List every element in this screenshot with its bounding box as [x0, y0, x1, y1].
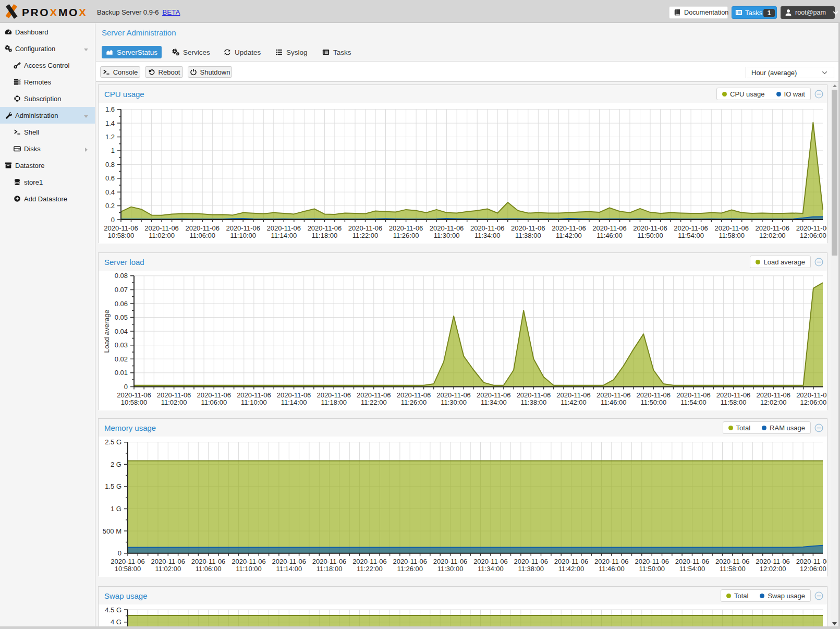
svg-text:11:34:00: 11:34:00: [478, 565, 504, 573]
svg-text:2020-11-06: 2020-11-06: [596, 391, 631, 399]
svg-text:2020-11-06: 2020-11-06: [267, 224, 301, 232]
svg-text:11:30:00: 11:30:00: [434, 232, 460, 239]
svg-text:2020-11-06: 2020-11-06: [389, 224, 423, 232]
svg-text:0: 0: [124, 383, 128, 391]
svg-text:2020-11-06: 2020-11-06: [637, 391, 671, 399]
svg-text:11:22:00: 11:22:00: [361, 398, 387, 406]
svg-text:2020-11-06: 2020-11-06: [635, 558, 669, 565]
svg-text:11:54:00: 11:54:00: [678, 232, 704, 239]
svg-text:2020-11-06: 2020-11-06: [117, 391, 151, 399]
svg-text:2020-11-06: 2020-11-06: [714, 224, 749, 232]
svg-text:2020-11-06: 2020-11-06: [104, 224, 138, 232]
svg-text:2020-11-06: 2020-11-06: [191, 558, 226, 565]
svg-text:11:46:00: 11:46:00: [596, 232, 623, 239]
svg-text:11:42:00: 11:42:00: [561, 398, 587, 406]
svg-text:0.8: 0.8: [105, 161, 115, 168]
svg-text:2020-11-06: 2020-11-06: [237, 391, 271, 399]
svg-text:11:30:00: 11:30:00: [437, 565, 464, 573]
svg-text:1.6: 1.6: [105, 105, 115, 113]
svg-text:2020-11-06: 2020-11-06: [272, 558, 307, 565]
svg-text:2020-11-06: 2020-11-06: [556, 391, 591, 399]
svg-text:2020-11-06: 2020-11-06: [393, 558, 427, 565]
svg-text:2020-11-06: 2020-11-06: [675, 558, 710, 565]
svg-text:2020-11-06: 2020-11-06: [430, 224, 464, 232]
svg-text:2020-11-06: 2020-11-06: [756, 224, 790, 232]
svg-text:2020-11-06: 2020-11-06: [436, 391, 471, 399]
svg-text:12:02:00: 12:02:00: [760, 398, 787, 406]
svg-text:0.06: 0.06: [115, 300, 128, 308]
svg-text:11:54:00: 11:54:00: [680, 398, 707, 406]
svg-text:2020-11-06: 2020-11-06: [477, 391, 511, 399]
svg-text:0: 0: [111, 216, 115, 224]
svg-text:11:34:00: 11:34:00: [474, 232, 501, 239]
svg-text:2020-11-06: 2020-11-06: [185, 224, 220, 232]
svg-text:11:58:00: 11:58:00: [720, 565, 746, 573]
svg-text:10:58:00: 10:58:00: [108, 232, 135, 239]
svg-text:11:46:00: 11:46:00: [599, 565, 625, 573]
svg-text:2020-11-06: 2020-11-06: [348, 224, 383, 232]
svg-text:11:22:00: 11:22:00: [352, 232, 379, 239]
svg-text:4.5 G: 4.5 G: [105, 606, 121, 614]
svg-text:2020-11-06: 2020-11-06: [226, 224, 260, 232]
svg-text:11:50:00: 11:50:00: [639, 565, 665, 573]
svg-text:2020-11-06: 2020-11-06: [397, 391, 431, 399]
svg-text:2020-11-06: 2020-11-06: [715, 558, 750, 565]
svg-text:12:02:00: 12:02:00: [759, 232, 786, 239]
svg-text:11:26:00: 11:26:00: [397, 565, 423, 573]
svg-text:11:10:00: 11:10:00: [241, 398, 267, 406]
svg-text:2020-11-06: 2020-11-06: [312, 558, 347, 565]
svg-text:2020-11-06: 2020-11-06: [716, 391, 751, 399]
svg-text:11:02:00: 11:02:00: [149, 232, 175, 239]
svg-text:11:14:00: 11:14:00: [276, 565, 302, 573]
svg-text:2020-11-06: 2020-11-06: [111, 558, 145, 565]
svg-text:2 G: 2 G: [111, 461, 121, 468]
svg-text:2020-11-06: 2020-11-06: [470, 224, 505, 232]
svg-text:Load average: Load average: [103, 310, 111, 353]
svg-text:2020-11-06: 2020-11-06: [517, 391, 551, 399]
svg-text:0.4: 0.4: [105, 188, 115, 196]
svg-text:11:42:00: 11:42:00: [558, 565, 585, 573]
svg-text:2020-11-06: 2020-11-06: [352, 558, 387, 565]
svg-text:2020-11-06: 2020-11-06: [796, 558, 827, 565]
svg-text:2020-11-06: 2020-11-06: [676, 391, 711, 399]
svg-text:1 G: 1 G: [111, 505, 121, 513]
svg-text:11:30:00: 11:30:00: [441, 398, 467, 406]
svg-text:11:34:00: 11:34:00: [481, 398, 507, 406]
svg-text:11:42:00: 11:42:00: [556, 232, 582, 239]
svg-text:0.04: 0.04: [115, 328, 128, 335]
svg-text:11:02:00: 11:02:00: [155, 565, 181, 573]
svg-text:11:02:00: 11:02:00: [161, 398, 187, 406]
svg-text:10:58:00: 10:58:00: [115, 565, 141, 573]
svg-text:500 M: 500 M: [103, 527, 121, 535]
svg-text:2020-11-06: 2020-11-06: [756, 558, 790, 565]
svg-text:2020-11-06: 2020-11-06: [514, 558, 548, 565]
svg-text:11:06:00: 11:06:00: [201, 398, 227, 406]
svg-text:2020-11-06: 2020-11-06: [357, 391, 391, 399]
svg-text:11:54:00: 11:54:00: [679, 565, 705, 573]
svg-text:12:02:00: 12:02:00: [760, 565, 786, 573]
svg-text:2020-11-06: 2020-11-06: [554, 558, 589, 565]
svg-text:2020-11-06: 2020-11-06: [232, 558, 266, 565]
svg-text:11:10:00: 11:10:00: [230, 232, 256, 239]
svg-text:11:50:00: 11:50:00: [637, 232, 663, 239]
svg-text:11:06:00: 11:06:00: [189, 232, 215, 239]
svg-text:11:18:00: 11:18:00: [321, 398, 347, 406]
svg-text:2020-11-06: 2020-11-06: [144, 224, 179, 232]
svg-text:2020-11-06: 2020-11-06: [633, 224, 667, 232]
svg-text:11:58:00: 11:58:00: [719, 232, 745, 239]
svg-text:12:06:00: 12:06:00: [800, 565, 826, 573]
svg-text:11:38:00: 11:38:00: [515, 232, 541, 239]
svg-text:0.08: 0.08: [115, 272, 128, 280]
svg-text:2020-11-06: 2020-11-06: [674, 224, 708, 232]
svg-text:0.6: 0.6: [105, 174, 115, 182]
svg-text:10:58:00: 10:58:00: [121, 398, 148, 406]
svg-text:11:38:00: 11:38:00: [518, 565, 544, 573]
svg-text:0.03: 0.03: [115, 341, 128, 349]
svg-text:2020-11-06: 2020-11-06: [511, 224, 545, 232]
svg-text:0.07: 0.07: [115, 286, 128, 294]
svg-text:2020-11-06: 2020-11-06: [756, 391, 790, 399]
svg-text:11:18:00: 11:18:00: [316, 565, 343, 573]
svg-text:11:10:00: 11:10:00: [236, 565, 262, 573]
svg-text:1.4: 1.4: [105, 119, 115, 127]
svg-text:11:26:00: 11:26:00: [401, 398, 427, 406]
